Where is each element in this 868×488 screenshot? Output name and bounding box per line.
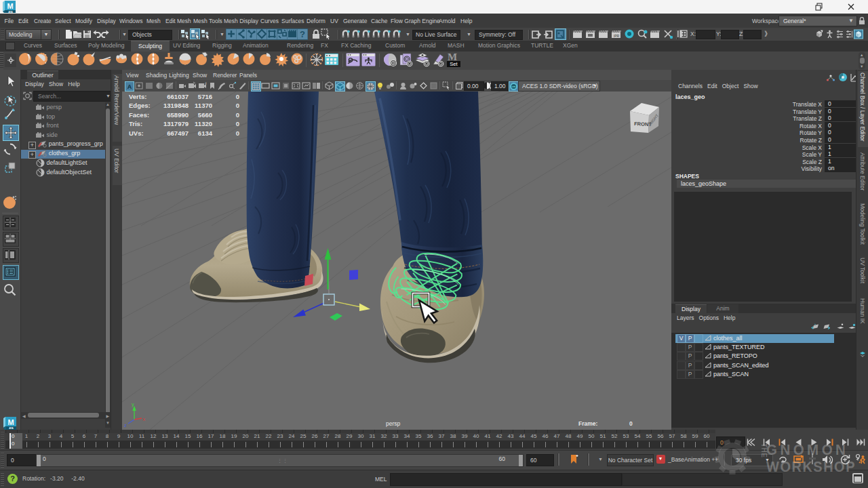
svg-text:y: y [132, 401, 134, 407]
svg-text:cm: cm [512, 85, 516, 88]
svg-text:AYA: AYA [8, 11, 13, 14]
svg-text:x: x [143, 416, 146, 422]
svg-text:IPR: IPR [613, 34, 619, 38]
svg-text:?: ? [300, 29, 305, 39]
svg-text:4: 4 [205, 81, 207, 85]
svg-text:Set: Set [450, 61, 458, 67]
svg-text:M: M [7, 2, 13, 10]
svg-text:A: A [127, 83, 132, 90]
svg-text:M: M [7, 418, 14, 426]
svg-text:z: z [124, 422, 127, 428]
